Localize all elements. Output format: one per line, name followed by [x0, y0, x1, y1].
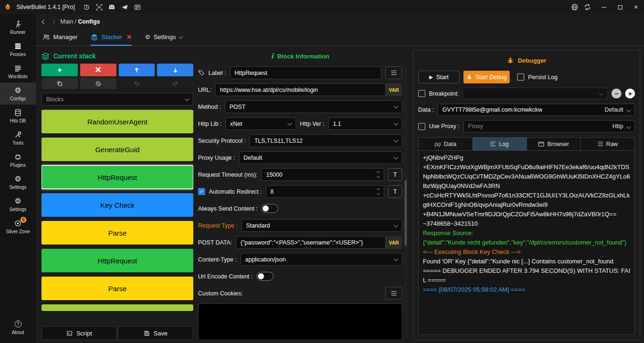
start-button[interactable]: ▶ Start [418, 71, 460, 83]
telegram-icon[interactable] [121, 3, 129, 11]
info-panel-scrollbar[interactable] [404, 67, 407, 337]
debugger-tabs: (x) Data Log Browser [419, 138, 635, 151]
content-type-dropdown[interactable]: application/json [240, 253, 402, 266]
undo-button[interactable] [119, 78, 155, 89]
sidebar-item-silver-zone[interactable]: 0 Silver Zone [0, 215, 36, 237]
proxy-usage-dropdown[interactable]: Default [239, 151, 402, 164]
sidebar-item-plugins[interactable]: Plugins [0, 149, 36, 171]
app-logo-icon [4, 3, 12, 11]
data-input[interactable]: GVYTT798l5e@gmail.com:kcmwkckw Default [438, 104, 635, 116]
save-icon [144, 330, 150, 336]
persist-log-checkbox[interactable] [517, 74, 524, 81]
url-input[interactable] [215, 83, 402, 96]
blocks-dropdown[interactable]: Blocks [41, 93, 193, 106]
automatic-redirect-checkbox[interactable]: ✓ [198, 188, 205, 195]
label-notes-button[interactable] [385, 66, 402, 79]
tab-log[interactable]: Log [473, 138, 527, 150]
url-encode-toggle[interactable] [256, 272, 273, 281]
scan-icon[interactable] [95, 3, 103, 11]
sidebar-item-tools[interactable]: Tools [0, 127, 36, 149]
http-lib-dropdown[interactable]: xNet [225, 117, 296, 130]
request-type-label: Request Type : [198, 222, 238, 229]
post-data-input[interactable] [236, 236, 402, 249]
sidebar-item-label: Silver Zone [6, 229, 30, 234]
move-block-up-button[interactable] [119, 64, 155, 76]
maximize-button[interactable] [612, 0, 628, 14]
label-field-label: Label : [208, 70, 226, 76]
post-data-var-badge[interactable]: VAR [385, 236, 402, 249]
back-icon[interactable] [42, 19, 47, 24]
save-button[interactable]: Save [119, 327, 192, 339]
stack-block[interactable]: Parse [41, 277, 193, 300]
globe-icon[interactable] [570, 3, 578, 11]
method-dropdown[interactable]: POST [225, 100, 402, 113]
tab-settings[interactable]: ⚙ Settings [145, 29, 182, 46]
stack-block[interactable]: Parse [41, 221, 193, 245]
url-encode-label: Url Encode Content : [198, 273, 253, 280]
tab-data[interactable]: (x) Data [419, 138, 473, 150]
url-var-badge[interactable]: VAR [385, 83, 402, 96]
move-block-down-button[interactable] [157, 64, 193, 76]
add-breakpoint-button[interactable]: + [625, 89, 635, 98]
clone-block-button[interactable] [41, 78, 78, 89]
timeout-type-button[interactable]: T [388, 168, 402, 181]
sidebar-item-settings[interactable]: ⚙ Settings [0, 171, 36, 193]
stepper-arrows[interactable] [377, 188, 380, 195]
stack-block[interactable] [41, 304, 193, 311]
sidebar-item-hits-db[interactable]: Hits DB [0, 105, 36, 127]
sidebar-item-configs[interactable]: ⚙ Configs [0, 82, 36, 105]
discord-icon[interactable] [108, 3, 116, 11]
custom-cookies-list-button[interactable] [385, 287, 402, 300]
redirect-type-button[interactable]: T [388, 185, 402, 198]
http-ver-dropdown[interactable]: 1.1 [328, 117, 402, 130]
custom-cookies-textarea[interactable] [198, 303, 402, 340]
sidebar-item-proxies[interactable]: Proxies [0, 38, 36, 60]
close-button[interactable]: × [628, 0, 644, 14]
request-timeout-stepper[interactable]: 15000 [261, 168, 384, 181]
stepper-arrows[interactable] [377, 172, 380, 178]
breakpoint-dropdown[interactable] [462, 88, 608, 99]
sidebar-item-about[interactable]: ? About [0, 316, 36, 338]
tab-stacker[interactable]: Stacker ✕ [91, 29, 132, 46]
breakpoint-checkbox[interactable] [418, 90, 425, 97]
history-icon[interactable] [83, 3, 91, 11]
forward-icon[interactable] [51, 19, 56, 24]
delete-block-button[interactable]: ✕ [80, 64, 116, 76]
disable-block-button[interactable] [80, 78, 116, 89]
panels: Current stack + ✕ [36, 46, 644, 343]
chevron-down-icon [185, 96, 190, 101]
sidebar-item-wordlists[interactable]: Wordlists [0, 60, 36, 82]
stack-block[interactable]: GenerateGuid [41, 138, 193, 161]
request-type-dropdown[interactable]: Standard [241, 219, 402, 232]
proxy-input[interactable] [468, 123, 612, 130]
start-debug-button[interactable]: Start Debug [463, 71, 510, 83]
tab-browser[interactable]: Browser [527, 138, 581, 150]
security-protocol-dropdown[interactable]: TLS,TLS11,TLS12 [249, 134, 402, 147]
stack-block[interactable]: HttpRequest [41, 165, 193, 189]
remove-breakpoint-button[interactable]: − [611, 89, 621, 98]
tab-manager[interactable]: Manager [42, 29, 77, 46]
sidebar-item-runner[interactable]: Runner [0, 16, 36, 38]
sync-icon[interactable] [583, 3, 591, 11]
stack-block[interactable]: Key Check [41, 193, 193, 217]
news-icon[interactable] [133, 3, 141, 11]
scrollbar-thumb[interactable] [405, 180, 407, 246]
automatic-redirect-stepper[interactable]: 8 [266, 185, 384, 198]
stack-block[interactable]: HttpRequest [41, 249, 193, 272]
tab-raw[interactable]: Raw [581, 138, 635, 150]
redo-button[interactable] [157, 78, 193, 89]
script-button[interactable]: Script [42, 327, 116, 339]
minimize-button[interactable] [596, 0, 612, 14]
sidebar-item-label: Tools [12, 140, 23, 146]
add-block-button[interactable]: + [41, 64, 78, 76]
always-send-content-toggle[interactable] [261, 204, 278, 213]
tab-close-icon[interactable]: ✕ [126, 33, 132, 41]
label-input[interactable] [230, 66, 381, 79]
stack-block[interactable]: RandomUserAgent [41, 110, 193, 133]
custom-cookies-row: Custom Cookies: [198, 287, 402, 300]
script-icon [66, 330, 73, 336]
sidebar-item-core-settings[interactable]: ⚙ Settings [0, 193, 36, 215]
use-proxy-checkbox[interactable] [418, 123, 425, 130]
settings-gear-icon: ⚙ [145, 33, 150, 41]
security-protocol-label: Security Protocol : [198, 138, 246, 144]
